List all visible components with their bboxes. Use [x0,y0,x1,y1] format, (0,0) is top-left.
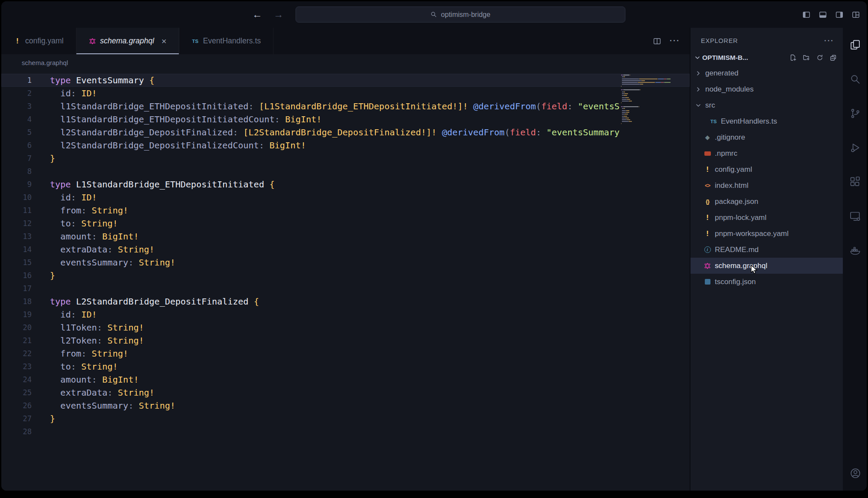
line-number[interactable]: 16 [1,269,32,282]
code-line[interactable]: 1type EventsSummary { [1,74,690,87]
new-file-icon[interactable] [789,54,796,61]
customize-layout-icon[interactable] [852,11,860,19]
line-number[interactable]: 11 [1,204,32,217]
line-number[interactable]: 25 [1,386,32,399]
containers-icon[interactable] [843,233,867,268]
line-number[interactable]: 27 [1,412,32,425]
more-actions-icon[interactable]: ··· [670,36,680,46]
code-line[interactable]: 13 amount: BigInt! [1,230,690,243]
remote-explorer-icon[interactable] [843,199,867,233]
line-number[interactable]: 20 [1,321,32,334]
tree-file-schema-graphql[interactable]: schema.graphql [690,258,843,274]
line-number[interactable]: 7 [1,152,32,165]
run-debug-icon[interactable] [843,131,867,165]
back-arrow-icon[interactable]: ← [252,9,262,20]
code-line[interactable]: 21 l2Token: String! [1,334,690,347]
tree-file-package-json[interactable]: {}package.json [690,193,843,210]
code-line[interactable]: 4 l1StandardBridge_ETHDepositInitiatedCo… [1,113,690,126]
tree-folder-src[interactable]: src [690,97,843,113]
close-tab-icon[interactable]: × [161,37,167,46]
toggle-panel-bottom-icon[interactable] [819,11,827,19]
line-number[interactable]: 3 [1,100,32,113]
extensions-icon[interactable] [843,165,867,199]
line-number[interactable]: 26 [1,399,32,412]
code-line[interactable]: 3 l1StandardBridge_ETHDepositInitiated: … [1,100,690,113]
refresh-explorer-icon[interactable] [816,54,823,61]
tree-file-pnpm-workspace-yaml[interactable]: !pnpm-workspace.yaml [690,226,843,242]
line-number[interactable]: 23 [1,360,32,373]
line-number[interactable]: 21 [1,334,32,347]
tab-schema-graphql[interactable]: schema.graphql× [76,28,179,54]
search-icon[interactable] [843,62,867,96]
tab-config-yaml[interactable]: !config.yaml [1,28,76,54]
tab-eventhandlers-ts[interactable]: TSEventHandlers.ts [179,28,273,54]
line-number[interactable]: 15 [1,256,32,269]
line-number[interactable]: 4 [1,113,32,126]
code-editor[interactable]: 1type EventsSummary {2 id: ID!3 l1Standa… [1,71,690,491]
code-line[interactable]: 10 id: ID! [1,191,690,204]
code-line[interactable]: 12 to: String! [1,217,690,230]
tree-folder-node-modules[interactable]: node_modules [690,81,843,97]
collapse-folders-icon[interactable] [830,54,837,61]
tree-file-readme-md[interactable]: iREADME.md [690,242,843,258]
explorer-icon[interactable] [843,28,867,62]
line-number[interactable]: 10 [1,191,32,204]
code-line[interactable]: 8 [1,165,690,178]
code-line[interactable]: 14 extraData: String! [1,243,690,256]
code-line[interactable]: 18type L2StandardBridge_DepositFinalized… [1,295,690,308]
tree-file-gitignore[interactable]: ◆.gitignore [690,129,843,145]
line-number[interactable]: 24 [1,373,32,386]
line-number[interactable]: 22 [1,347,32,360]
split-editor-icon[interactable] [653,37,661,45]
explorer-more-icon[interactable]: ··· [824,36,834,45]
line-number[interactable]: 19 [1,308,32,321]
code-line[interactable]: 20 l1Token: String! [1,321,690,334]
line-number[interactable]: 17 [1,282,32,295]
code-line[interactable]: 16} [1,269,690,282]
forward-arrow-icon[interactable]: → [273,9,283,20]
line-number[interactable]: 18 [1,295,32,308]
line-number[interactable]: 1 [1,74,32,87]
code-line[interactable]: 15 eventsSummary: String! [1,256,690,269]
breadcrumb[interactable]: schema.graphql [1,54,690,71]
tree-folder-generated[interactable]: generated [690,65,843,81]
toggle-panel-right-icon[interactable] [835,11,843,19]
code-line[interactable]: 28 [1,425,690,438]
code-line[interactable]: 26 eventsSummary: String! [1,399,690,412]
line-number[interactable]: 8 [1,165,32,178]
code-line[interactable]: 11 from: String! [1,204,690,217]
tree-file-npmrc[interactable]: .npmrc [690,145,843,161]
explorer-section-header[interactable]: OPTIMISM-B... [690,50,843,65]
code-line[interactable]: 2 id: ID! [1,87,690,100]
code-line[interactable]: 25 extraData: String! [1,386,690,399]
line-number[interactable]: 5 [1,126,32,139]
line-number[interactable]: 14 [1,243,32,256]
line-number[interactable]: 9 [1,178,32,191]
tree-file-pnpm-lock-yaml[interactable]: !pnpm-lock.yaml [690,210,843,226]
toggle-panel-left-icon[interactable] [802,11,810,19]
code-line[interactable]: 9type L1StandardBridge_ETHDepositInitiat… [1,178,690,191]
code-line[interactable]: 6 l2StandardBridge_DepositFinalizedCount… [1,139,690,152]
account-icon[interactable] [843,467,867,491]
line-number[interactable]: 6 [1,139,32,152]
code-line[interactable]: 7} [1,152,690,165]
code-line[interactable]: 23 to: String! [1,360,690,373]
line-number[interactable]: 28 [1,425,32,438]
tree-file-config-yaml[interactable]: !config.yaml [690,161,843,177]
tree-file-tsconfig-json[interactable]: tsconfig.json [690,274,843,290]
tree-file-index-html[interactable]: <>index.html [690,177,843,193]
code-line[interactable]: 17 [1,282,690,295]
command-search-input[interactable]: optimism-bridge [296,7,625,23]
code-line[interactable]: 5 l2StandardBridge_DepositFinalized: [L2… [1,126,690,139]
new-folder-icon[interactable] [803,54,810,61]
code-line[interactable]: 24 amount: BigInt! [1,373,690,386]
source-control-icon[interactable] [843,96,867,131]
line-number[interactable]: 13 [1,230,32,243]
minimap[interactable] [621,75,677,127]
tree-file-eventhandlers-ts[interactable]: TSEventHandlers.ts [690,113,843,129]
code-line[interactable]: 19 id: ID! [1,308,690,321]
line-number[interactable]: 2 [1,87,32,100]
line-number[interactable]: 12 [1,217,32,230]
code-line[interactable]: 22 from: String! [1,347,690,360]
code-line[interactable]: 27} [1,412,690,425]
